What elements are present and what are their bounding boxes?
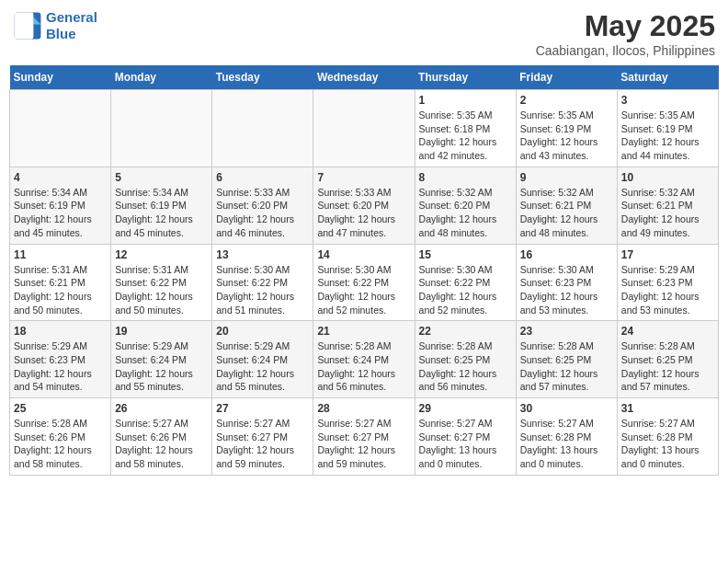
calendar-cell: 31Sunrise: 5:27 AM Sunset: 6:28 PM Dayli… [617, 398, 718, 476]
week-row-3: 11Sunrise: 5:31 AM Sunset: 6:21 PM Dayli… [10, 244, 719, 321]
day-number: 13 [216, 248, 309, 261]
col-header-friday: Friday [516, 65, 617, 90]
day-info: Sunrise: 5:27 AM Sunset: 6:26 PM Dayligh… [115, 417, 208, 471]
day-info: Sunrise: 5:31 AM Sunset: 6:21 PM Dayligh… [14, 263, 107, 317]
calendar-cell: 12Sunrise: 5:31 AM Sunset: 6:22 PM Dayli… [111, 244, 212, 321]
calendar-cell: 27Sunrise: 5:27 AM Sunset: 6:27 PM Dayli… [212, 398, 313, 476]
week-row-1: 1Sunrise: 5:35 AM Sunset: 6:18 PM Daylig… [10, 90, 719, 167]
day-number: 20 [216, 325, 309, 338]
calendar-cell: 23Sunrise: 5:28 AM Sunset: 6:25 PM Dayli… [516, 321, 617, 398]
day-info: Sunrise: 5:27 AM Sunset: 6:27 PM Dayligh… [419, 417, 512, 471]
day-number: 26 [115, 402, 208, 415]
day-info: Sunrise: 5:30 AM Sunset: 6:22 PM Dayligh… [419, 263, 512, 317]
calendar-cell: 22Sunrise: 5:28 AM Sunset: 6:25 PM Dayli… [415, 321, 516, 398]
col-header-wednesday: Wednesday [313, 65, 415, 90]
day-info: Sunrise: 5:30 AM Sunset: 6:22 PM Dayligh… [317, 263, 410, 317]
calendar-cell: 6Sunrise: 5:33 AM Sunset: 6:20 PM Daylig… [212, 167, 313, 244]
week-row-5: 25Sunrise: 5:28 AM Sunset: 6:26 PM Dayli… [10, 398, 719, 476]
col-header-thursday: Thursday [415, 65, 516, 90]
day-info: Sunrise: 5:27 AM Sunset: 6:28 PM Dayligh… [520, 417, 613, 471]
day-info: Sunrise: 5:27 AM Sunset: 6:27 PM Dayligh… [216, 417, 309, 471]
calendar-cell: 18Sunrise: 5:29 AM Sunset: 6:23 PM Dayli… [10, 321, 111, 398]
day-info: Sunrise: 5:32 AM Sunset: 6:21 PM Dayligh… [621, 186, 714, 240]
calendar-cell: 11Sunrise: 5:31 AM Sunset: 6:21 PM Dayli… [10, 244, 111, 321]
day-number: 11 [14, 248, 107, 261]
day-info: Sunrise: 5:29 AM Sunset: 6:23 PM Dayligh… [621, 263, 714, 317]
week-row-2: 4Sunrise: 5:34 AM Sunset: 6:19 PM Daylig… [10, 167, 719, 244]
day-info: Sunrise: 5:27 AM Sunset: 6:27 PM Dayligh… [317, 417, 410, 471]
day-info: Sunrise: 5:29 AM Sunset: 6:23 PM Dayligh… [14, 339, 107, 394]
day-number: 12 [115, 248, 208, 261]
title-area: May 2025 Caabiangan, Ilocos, Philippines [536, 9, 715, 58]
logo-line2: Blue [46, 26, 76, 41]
day-info: Sunrise: 5:32 AM Sunset: 6:20 PM Dayligh… [419, 186, 512, 240]
calendar-cell: 30Sunrise: 5:27 AM Sunset: 6:28 PM Dayli… [516, 398, 617, 476]
day-info: Sunrise: 5:29 AM Sunset: 6:24 PM Dayligh… [216, 339, 309, 394]
day-info: Sunrise: 5:33 AM Sunset: 6:20 PM Dayligh… [317, 186, 410, 240]
day-number: 7 [317, 171, 410, 184]
day-info: Sunrise: 5:28 AM Sunset: 6:24 PM Dayligh… [317, 339, 410, 394]
day-info: Sunrise: 5:28 AM Sunset: 6:26 PM Dayligh… [14, 417, 107, 471]
day-info: Sunrise: 5:28 AM Sunset: 6:25 PM Dayligh… [419, 339, 512, 394]
calendar-cell [313, 90, 415, 167]
day-info: Sunrise: 5:35 AM Sunset: 6:19 PM Dayligh… [621, 109, 714, 163]
day-info: Sunrise: 5:29 AM Sunset: 6:24 PM Dayligh… [115, 339, 208, 394]
calendar-cell: 16Sunrise: 5:30 AM Sunset: 6:23 PM Dayli… [516, 244, 617, 321]
day-info: Sunrise: 5:28 AM Sunset: 6:25 PM Dayligh… [621, 339, 714, 394]
calendar-cell: 26Sunrise: 5:27 AM Sunset: 6:26 PM Dayli… [111, 398, 212, 476]
calendar-cell [10, 90, 111, 167]
calendar-cell: 19Sunrise: 5:29 AM Sunset: 6:24 PM Dayli… [111, 321, 212, 398]
logo-text: General Blue [46, 9, 97, 42]
calendar-cell: 4Sunrise: 5:34 AM Sunset: 6:19 PM Daylig… [10, 167, 111, 244]
calendar-cell: 3Sunrise: 5:35 AM Sunset: 6:19 PM Daylig… [617, 90, 718, 167]
day-number: 16 [520, 248, 613, 261]
day-number: 29 [419, 402, 512, 415]
day-number: 3 [621, 94, 714, 107]
day-number: 1 [419, 94, 512, 107]
day-info: Sunrise: 5:30 AM Sunset: 6:23 PM Dayligh… [520, 263, 613, 317]
calendar-cell: 24Sunrise: 5:28 AM Sunset: 6:25 PM Dayli… [617, 321, 718, 398]
calendar-cell: 14Sunrise: 5:30 AM Sunset: 6:22 PM Dayli… [313, 244, 415, 321]
day-info: Sunrise: 5:34 AM Sunset: 6:19 PM Dayligh… [14, 186, 107, 240]
col-header-monday: Monday [111, 65, 212, 90]
day-info: Sunrise: 5:32 AM Sunset: 6:21 PM Dayligh… [520, 186, 613, 240]
logo-icon [13, 11, 42, 40]
day-number: 8 [419, 171, 512, 184]
day-number: 14 [317, 248, 410, 261]
calendar-cell: 9Sunrise: 5:32 AM Sunset: 6:21 PM Daylig… [516, 167, 617, 244]
logo: General Blue [13, 9, 97, 42]
calendar-cell: 2Sunrise: 5:35 AM Sunset: 6:19 PM Daylig… [516, 90, 617, 167]
calendar-cell: 13Sunrise: 5:30 AM Sunset: 6:22 PM Dayli… [212, 244, 313, 321]
calendar-cell: 1Sunrise: 5:35 AM Sunset: 6:18 PM Daylig… [415, 90, 516, 167]
day-info: Sunrise: 5:28 AM Sunset: 6:25 PM Dayligh… [520, 339, 613, 394]
calendar-cell [212, 90, 313, 167]
col-header-saturday: Saturday [617, 65, 718, 90]
calendar-cell: 5Sunrise: 5:34 AM Sunset: 6:19 PM Daylig… [111, 167, 212, 244]
subtitle: Caabiangan, Ilocos, Philippines [536, 43, 715, 58]
calendar-cell: 21Sunrise: 5:28 AM Sunset: 6:24 PM Dayli… [313, 321, 415, 398]
calendar-cell: 10Sunrise: 5:32 AM Sunset: 6:21 PM Dayli… [617, 167, 718, 244]
day-number: 2 [520, 94, 613, 107]
calendar-table: SundayMondayTuesdayWednesdayThursdayFrid… [9, 65, 719, 476]
day-number: 27 [216, 402, 309, 415]
svg-rect-2 [15, 13, 34, 40]
col-header-sunday: Sunday [10, 65, 111, 90]
calendar-cell: 28Sunrise: 5:27 AM Sunset: 6:27 PM Dayli… [313, 398, 415, 476]
day-number: 9 [520, 171, 613, 184]
day-info: Sunrise: 5:30 AM Sunset: 6:22 PM Dayligh… [216, 263, 309, 317]
day-number: 21 [317, 325, 410, 338]
calendar-cell: 15Sunrise: 5:30 AM Sunset: 6:22 PM Dayli… [415, 244, 516, 321]
calendar-cell: 25Sunrise: 5:28 AM Sunset: 6:26 PM Dayli… [10, 398, 111, 476]
day-number: 6 [216, 171, 309, 184]
day-number: 22 [419, 325, 512, 338]
day-info: Sunrise: 5:27 AM Sunset: 6:28 PM Dayligh… [621, 417, 714, 471]
calendar-cell: 8Sunrise: 5:32 AM Sunset: 6:20 PM Daylig… [415, 167, 516, 244]
day-number: 10 [621, 171, 714, 184]
day-number: 18 [14, 325, 107, 338]
day-number: 28 [317, 402, 410, 415]
day-info: Sunrise: 5:33 AM Sunset: 6:20 PM Dayligh… [216, 186, 309, 240]
day-number: 17 [621, 248, 714, 261]
day-number: 30 [520, 402, 613, 415]
day-info: Sunrise: 5:34 AM Sunset: 6:19 PM Dayligh… [115, 186, 208, 240]
header: General Blue May 2025 Caabiangan, Ilocos… [9, 9, 719, 58]
